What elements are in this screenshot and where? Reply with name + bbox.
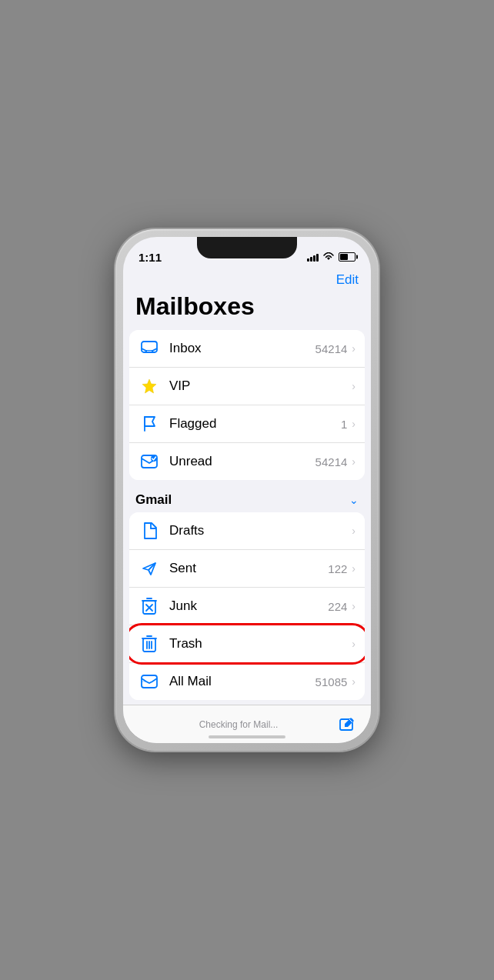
vip-star-icon [139, 375, 160, 397]
list-item-vip[interactable]: VIP › [129, 368, 365, 405]
vip-chevron-icon: › [352, 380, 355, 392]
flagged-count: 1 [341, 418, 347, 431]
signal-bar-4 [316, 254, 319, 262]
flagged-chevron-icon: › [352, 418, 355, 430]
gmail-chevron-down-icon[interactable]: ⌄ [349, 494, 359, 506]
bottom-status-text: Checking for Mail... [139, 719, 339, 730]
gmail-section: Gmail ⌄ Drafts › [123, 486, 371, 700]
list-item-inbox[interactable]: Inbox 54214 › [129, 330, 365, 368]
sent-label: Sent [169, 561, 328, 576]
list-item-flagged[interactable]: Flagged 1 › [129, 405, 365, 443]
wifi-icon [322, 252, 335, 262]
trash-label: Trash [169, 636, 347, 652]
sent-icon [139, 558, 160, 579]
junk-icon [139, 595, 160, 617]
list-item-trash[interactable]: Trash › [129, 625, 365, 663]
junk-count: 224 [328, 600, 347, 613]
inbox-icon [139, 338, 160, 359]
inbox-chevron-icon: › [352, 342, 355, 355]
status-icons [307, 252, 355, 262]
page-title: Mailboxes [123, 292, 371, 330]
flagged-label: Flagged [169, 416, 341, 432]
signal-bar-1 [307, 258, 309, 262]
svg-marker-1 [142, 379, 156, 393]
list-item-drafts[interactable]: Drafts › [129, 512, 365, 550]
allmail-label: All Mail [169, 674, 315, 689]
battery-icon [339, 252, 355, 262]
status-time: 1:11 [139, 251, 162, 264]
signal-bar-3 [313, 255, 315, 262]
sent-chevron-icon: › [352, 562, 355, 575]
drafts-chevron-icon: › [352, 525, 355, 537]
signal-bar-2 [310, 257, 312, 262]
allmail-count: 51085 [315, 675, 348, 688]
junk-label: Junk [169, 598, 328, 614]
unread-chevron-icon: › [352, 455, 355, 468]
home-indicator [209, 735, 285, 738]
gmail-section-header: Gmail ⌄ [123, 486, 371, 512]
signal-bars-icon [307, 252, 319, 262]
drafts-icon [139, 520, 160, 542]
inbox-label: Inbox [169, 341, 315, 356]
trash-icon [139, 633, 160, 655]
nav-bar: Edit [123, 271, 371, 292]
gmail-list-card: Drafts › Sent 122 [129, 512, 365, 700]
scroll-content: Inbox 54214 › VIP › [123, 330, 371, 739]
gmail-section-label: Gmail [135, 492, 172, 508]
edit-button[interactable]: Edit [336, 272, 359, 288]
unread-count: 54214 [315, 455, 348, 468]
list-item-unread[interactable]: Unread 54214 › [129, 443, 365, 480]
list-item-allmail[interactable]: All Mail 51085 › [129, 663, 365, 700]
default-section: Inbox 54214 › VIP › [123, 330, 371, 480]
inbox-count: 54214 [315, 342, 348, 355]
unread-icon [139, 451, 160, 472]
list-item-junk[interactable]: Junk 224 › [129, 588, 365, 625]
vip-label: VIP [169, 378, 347, 394]
notch [197, 237, 297, 258]
compose-button[interactable] [339, 716, 355, 733]
allmail-chevron-icon: › [352, 675, 355, 688]
unread-label: Unread [169, 454, 315, 469]
sent-count: 122 [328, 562, 347, 575]
battery-fill [340, 254, 348, 260]
trash-chevron-icon: › [352, 638, 355, 650]
list-item-sent[interactable]: Sent 122 › [129, 550, 365, 588]
junk-chevron-icon: › [352, 600, 355, 612]
phone-inner: 1:11 [123, 237, 371, 743]
allmail-icon [139, 671, 160, 692]
default-list-card: Inbox 54214 › VIP › [129, 330, 365, 480]
drafts-label: Drafts [169, 523, 347, 538]
phone-outer: 1:11 [115, 229, 379, 751]
flagged-icon [139, 413, 160, 435]
